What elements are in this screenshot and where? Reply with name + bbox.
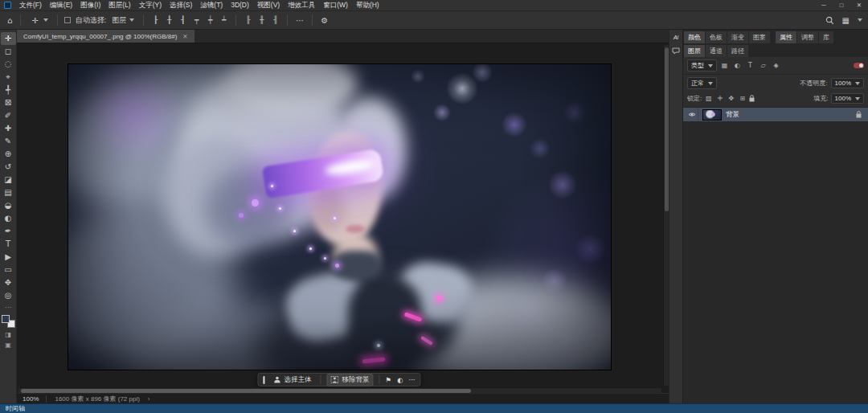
remove-background-button[interactable]: 移除背景: [326, 374, 373, 386]
blend-mode-dropdown[interactable]: 正常: [687, 77, 717, 89]
menu-window[interactable]: 窗口(W): [319, 0, 352, 10]
align-center-vertical-icon[interactable]: ┿: [205, 16, 215, 24]
brush-tool[interactable]: ✎: [1, 135, 16, 148]
canvas-viewport[interactable]: 选择主体 移除背景 ⚑ ◐ ···: [17, 43, 669, 393]
close-button[interactable]: ✕: [850, 0, 868, 10]
foreground-color-swatch[interactable]: [2, 315, 10, 323]
color-swatches[interactable]: [2, 315, 15, 328]
object-selection-tool[interactable]: ⌖: [1, 71, 16, 84]
filter-pixel-layers-icon[interactable]: ▦: [719, 62, 730, 69]
lasso-tool[interactable]: ◌: [1, 58, 16, 71]
distribute-center-icon[interactable]: ╫: [256, 16, 267, 24]
menu-filter[interactable]: 滤镜(T): [196, 0, 227, 10]
gradient-tool[interactable]: ▤: [1, 186, 16, 199]
minimize-button[interactable]: ─: [815, 0, 833, 10]
menu-file[interactable]: 文件(F): [15, 0, 46, 10]
hand-tool[interactable]: ✥: [1, 276, 16, 289]
clone-stamp-tool[interactable]: ⊕: [1, 148, 16, 161]
tab-adjustments[interactable]: 调整: [797, 31, 818, 43]
history-brush-tool[interactable]: ↺: [1, 161, 16, 174]
auto-select-checkbox[interactable]: [64, 17, 71, 23]
timeline-bar[interactable]: 时间轴: [0, 403, 868, 413]
menu-3d[interactable]: 3D(D): [227, 0, 253, 10]
comments-icon[interactable]: [672, 47, 680, 55]
distribute-left-icon[interactable]: ╟: [243, 16, 253, 24]
layer-thumbnail[interactable]: [702, 109, 722, 121]
vertical-scrollbar[interactable]: [663, 45, 669, 386]
contrast-icon[interactable]: ◐: [397, 376, 403, 384]
frame-tool[interactable]: ⊠: [1, 96, 16, 109]
type-tool[interactable]: T: [1, 238, 16, 251]
filter-shape-layers-icon[interactable]: ▱: [758, 62, 768, 69]
eyedropper-tool[interactable]: ✐: [1, 109, 16, 122]
pen-tool[interactable]: ✒: [1, 225, 16, 238]
lock-all-icon[interactable]: [749, 95, 755, 102]
filter-adjustment-layers-icon[interactable]: ◐: [732, 62, 743, 69]
menu-type[interactable]: 文字(Y): [135, 0, 166, 10]
quick-mask-icon[interactable]: ◨: [1, 329, 16, 340]
align-top-icon[interactable]: ┯: [191, 16, 202, 24]
menu-plugins[interactable]: 增效工具: [284, 0, 319, 10]
distribute-right-icon[interactable]: ╢: [270, 16, 280, 24]
path-selection-tool[interactable]: ▶: [1, 251, 16, 264]
auto-select-dropdown[interactable]: 图层: [109, 14, 137, 27]
layer-row-background[interactable]: 背景: [683, 108, 868, 121]
home-icon[interactable]: ⌂: [6, 16, 14, 25]
tool-preset-picker[interactable]: ✛: [27, 15, 50, 26]
tab-libraries[interactable]: 库: [819, 31, 833, 43]
menu-view[interactable]: 视图(V): [253, 0, 284, 10]
drag-handle[interactable]: [263, 376, 264, 384]
workspace-icon[interactable]: ▦: [841, 16, 851, 25]
select-subject-button[interactable]: 选择主体: [270, 374, 314, 386]
screen-mode-icon[interactable]: ▣: [1, 340, 16, 350]
menu-edit[interactable]: 编辑(E): [46, 0, 76, 10]
tab-swatches[interactable]: 色板: [706, 31, 727, 43]
align-bottom-icon[interactable]: ┷: [219, 16, 229, 24]
eraser-tool[interactable]: ◪: [1, 174, 16, 186]
tab-properties[interactable]: 属性: [776, 31, 796, 43]
layer-visibility-toggle[interactable]: [686, 108, 698, 121]
zoom-tool[interactable]: ◎: [1, 289, 16, 302]
chevron-down-icon[interactable]: [858, 18, 862, 22]
blur-tool[interactable]: ◒: [1, 199, 16, 212]
align-right-icon[interactable]: ┨: [178, 16, 188, 24]
filter-type-layers-icon[interactable]: T: [745, 62, 755, 69]
tab-gradients[interactable]: 渐变: [727, 31, 748, 43]
maximize-button[interactable]: □: [833, 0, 850, 10]
tab-channels[interactable]: 通道: [706, 45, 727, 57]
menu-select[interactable]: 选择(S): [166, 0, 196, 10]
search-icon[interactable]: [825, 16, 834, 25]
layer-filter-dropdown[interactable]: 类型: [687, 59, 717, 72]
marquee-tool[interactable]: ◻: [1, 45, 16, 58]
healing-brush-tool[interactable]: ✚: [1, 122, 16, 135]
menu-image[interactable]: 图像(I): [76, 0, 104, 10]
feedback-flag-icon[interactable]: ⚑: [385, 376, 391, 384]
dodge-tool[interactable]: ◐: [1, 212, 16, 225]
opacity-dropdown[interactable]: 100%: [831, 78, 864, 88]
lock-artboard-icon[interactable]: ⊞: [738, 95, 747, 102]
horizontal-scrollbar[interactable]: [18, 387, 661, 393]
more-options-icon[interactable]: ···: [408, 376, 415, 384]
horizontal-scrollbar-thumb[interactable]: [21, 389, 471, 393]
filter-toggle-switch[interactable]: [854, 63, 864, 68]
tab-color[interactable]: 颜色: [684, 31, 705, 43]
tab-paths[interactable]: 路径: [727, 45, 748, 57]
document-tab[interactable]: ComfyUI_temp_yrqqu_00007_.png @ 100%(RGB…: [17, 30, 194, 43]
align-left-icon[interactable]: ┠: [150, 16, 161, 24]
edit-toolbar-icon[interactable]: ⋯: [1, 302, 16, 313]
fill-dropdown[interactable]: 100%: [831, 93, 864, 104]
crop-tool[interactable]: ╃: [1, 84, 16, 96]
filter-smart-objects-icon[interactable]: ◈: [771, 62, 781, 69]
lock-position-icon[interactable]: ✥: [727, 95, 735, 102]
canvas-image[interactable]: [68, 64, 611, 370]
ai-panel-icon[interactable]: Ai: [674, 35, 678, 40]
status-chevron-icon[interactable]: ›: [148, 395, 150, 403]
align-center-horizontal-icon[interactable]: ╂: [164, 16, 174, 24]
gear-icon[interactable]: ⚙: [319, 16, 330, 25]
tab-close-icon[interactable]: ✕: [182, 33, 187, 40]
lock-transparent-pixels-icon[interactable]: ▨: [704, 95, 713, 102]
tab-layers[interactable]: 图层: [684, 45, 705, 57]
menu-layer[interactable]: 图层(L): [104, 0, 134, 10]
menu-help[interactable]: 帮助(H): [352, 0, 383, 10]
more-options-icon[interactable]: ⋯: [294, 16, 305, 25]
